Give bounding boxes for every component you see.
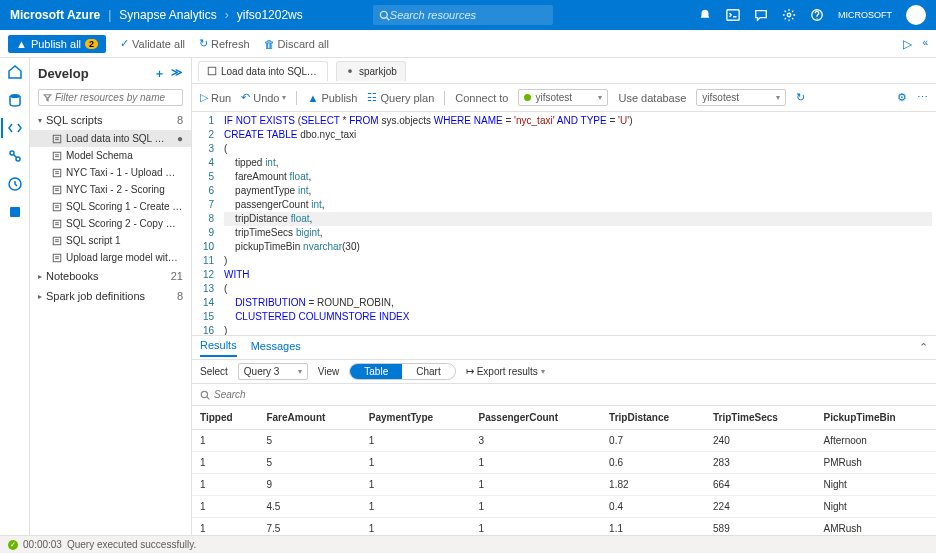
tab-sparkjob[interactable]: sparkjob	[336, 61, 406, 81]
feedback-icon[interactable]	[754, 8, 768, 22]
sidebar-item[interactable]: NYC Taxi - 1 - Upload model	[30, 164, 191, 181]
upload-icon: ▲	[16, 38, 27, 50]
export-button[interactable]: ↦Export results▾	[466, 366, 545, 377]
status-time: 00:00:03	[23, 539, 62, 550]
editor-toolbar: ▷Run ↶Undo▾ ▲Publish ☷Query plan Connect…	[192, 84, 936, 112]
svg-line-1	[386, 17, 389, 20]
account-label[interactable]: MICROSOFT	[838, 11, 892, 20]
svg-point-7	[16, 157, 20, 161]
table-row[interactable]: 15110.6283PMRush	[192, 452, 936, 474]
group-notebooks[interactable]: ▸Notebooks21	[30, 266, 191, 286]
query-plan-button[interactable]: ☷Query plan	[367, 91, 434, 104]
view-toggle[interactable]: Table Chart	[349, 363, 455, 380]
view-table[interactable]: Table	[350, 364, 402, 379]
svg-point-3	[787, 13, 791, 17]
table-row[interactable]: 17.5111.1589AMRush	[192, 518, 936, 536]
rail-monitor[interactable]	[7, 176, 23, 192]
editor-tabs: Load data into SQL P... sparkjob	[192, 58, 936, 84]
results-table[interactable]: TippedFareAmountPaymentTypePassengerCoun…	[192, 406, 936, 535]
rail-integrate[interactable]	[7, 148, 23, 164]
top-toolbar: ▲ Publish all 2 ✓Validate all ↻Refresh 🗑…	[0, 30, 936, 58]
rail-home[interactable]	[7, 64, 23, 80]
results-search[interactable]	[192, 384, 936, 406]
svg-point-5	[10, 94, 20, 98]
sidebar-item[interactable]: NYC Taxi - 2 - Scoring	[30, 181, 191, 198]
svg-line-21	[207, 396, 210, 399]
svg-rect-16	[53, 237, 61, 245]
avatar[interactable]	[906, 5, 926, 25]
run-icon[interactable]: ▷	[903, 37, 912, 51]
sidebar-item[interactable]: Model Schema	[30, 147, 191, 164]
expand-icon[interactable]: «	[922, 37, 928, 51]
group-sql-scripts[interactable]: ▾SQL scripts8	[30, 110, 191, 130]
more-icon[interactable]: ⋯	[917, 91, 928, 104]
sidebar-item[interactable]: Load data into SQL Pool●	[30, 130, 191, 147]
svg-rect-18	[208, 67, 216, 75]
column-header[interactable]: PaymentType	[361, 406, 471, 430]
console-icon[interactable]	[726, 8, 740, 22]
column-header[interactable]: TripTimeSecs	[705, 406, 816, 430]
table-row[interactable]: 15130.7240Afternoon	[192, 430, 936, 452]
undo-button[interactable]: ↶Undo▾	[241, 91, 286, 104]
view-chart[interactable]: Chart	[402, 364, 454, 379]
sql-script-icon	[52, 168, 62, 178]
refresh-db-icon[interactable]: ↻	[796, 91, 805, 104]
results-search-input[interactable]	[214, 389, 928, 400]
results-tab[interactable]: Results	[200, 339, 237, 357]
filter-icon	[43, 93, 52, 102]
sidebar-item[interactable]: SQL script 1	[30, 232, 191, 249]
svg-rect-15	[53, 220, 61, 228]
tab-load-data[interactable]: Load data into SQL P...	[198, 61, 328, 81]
column-header[interactable]: PickupTimeBin	[816, 406, 936, 430]
success-icon: ✓	[8, 540, 18, 550]
search-input[interactable]	[390, 9, 547, 21]
connect-to-select[interactable]: yifsotest▾	[518, 89, 608, 106]
sidebar-filter[interactable]	[38, 89, 183, 106]
svg-rect-2	[727, 10, 739, 21]
group-spark[interactable]: ▸Spark job definitions8	[30, 286, 191, 306]
column-header[interactable]: PassengerCount	[471, 406, 602, 430]
product-crumb[interactable]: Synapse Analytics	[119, 8, 216, 22]
sql-editor[interactable]: 12345678910111213141516171819202122 IF N…	[192, 112, 936, 336]
svg-point-19	[348, 69, 352, 73]
run-button[interactable]: ▷Run	[200, 91, 231, 104]
svg-rect-13	[53, 186, 61, 194]
query-select[interactable]: Query 3▾	[238, 363, 308, 380]
table-row[interactable]: 19111.82664Night	[192, 474, 936, 496]
global-search[interactable]	[373, 5, 553, 25]
settings-icon[interactable]: ⚙	[897, 91, 907, 104]
more-icon[interactable]: ≫	[171, 66, 183, 81]
publish-button[interactable]: ▲Publish	[307, 92, 357, 104]
sidebar-item[interactable]: SQL Scoring 1 - Create model table	[30, 198, 191, 215]
develop-sidebar: Develop ＋ ≫ ▾SQL scripts8 Load data into…	[30, 58, 192, 535]
sql-icon	[207, 66, 217, 76]
discard-all-button[interactable]: 🗑Discard all	[264, 38, 329, 50]
help-icon[interactable]	[810, 8, 824, 22]
use-db-label: Use database	[618, 92, 686, 104]
workspace-crumb[interactable]: yifso1202ws	[237, 8, 303, 22]
rail-data[interactable]	[7, 92, 23, 108]
svg-point-20	[201, 391, 207, 397]
sidebar-item[interactable]: Upload large model with COPY INTO	[30, 249, 191, 266]
add-icon[interactable]: ＋	[154, 66, 165, 81]
sidebar-item[interactable]: SQL Scoring 2 - Copy model into mo...	[30, 215, 191, 232]
svg-rect-9	[10, 207, 20, 217]
sql-script-icon	[52, 202, 62, 212]
settings-icon[interactable]	[782, 8, 796, 22]
messages-tab[interactable]: Messages	[251, 340, 301, 356]
validate-all-button[interactable]: ✓Validate all	[120, 37, 185, 50]
brand: Microsoft Azure	[10, 8, 100, 22]
column-header[interactable]: TripDistance	[601, 406, 705, 430]
rail-develop[interactable]	[7, 120, 23, 136]
collapse-icon[interactable]: ⌃	[919, 341, 928, 354]
filter-input[interactable]	[55, 92, 178, 103]
use-db-select[interactable]: yifsotest▾	[696, 89, 786, 106]
column-header[interactable]: Tipped	[192, 406, 258, 430]
table-row[interactable]: 14.5110.4224Night	[192, 496, 936, 518]
column-header[interactable]: FareAmount	[258, 406, 360, 430]
rail-manage[interactable]	[7, 204, 23, 220]
notifications-icon[interactable]	[698, 8, 712, 22]
svg-rect-14	[53, 203, 61, 211]
publish-all-button[interactable]: ▲ Publish all 2	[8, 35, 106, 53]
refresh-button[interactable]: ↻Refresh	[199, 37, 250, 50]
